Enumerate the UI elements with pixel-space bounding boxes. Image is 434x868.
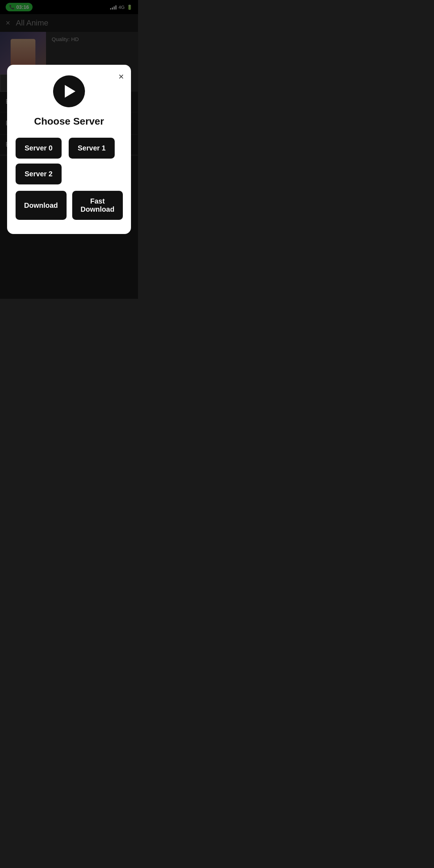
server-1-button[interactable]: Server 1: [69, 138, 115, 159]
server-0-button[interactable]: Server 0: [16, 138, 62, 159]
play-icon-circle: [53, 75, 85, 107]
modal-close-button[interactable]: ×: [119, 72, 124, 81]
server-2-button[interactable]: Server 2: [16, 164, 62, 184]
choose-server-modal: × Choose Server Server 0 Server 1 Server…: [7, 65, 131, 234]
modal-title: Choose Server: [34, 116, 104, 127]
modal-overlay[interactable]: × Choose Server Server 0 Server 1 Server…: [0, 0, 138, 299]
play-triangle-icon: [65, 85, 75, 98]
fast-download-button[interactable]: Fast Download: [72, 191, 123, 220]
download-row: Download Fast Download: [16, 191, 122, 220]
server-grid: Server 0 Server 1 Server 2 Download Fast…: [16, 138, 122, 220]
download-button[interactable]: Download: [16, 191, 67, 220]
server-row-1: Server 0 Server 1: [16, 138, 122, 159]
server-row-2: Server 2: [16, 164, 122, 184]
